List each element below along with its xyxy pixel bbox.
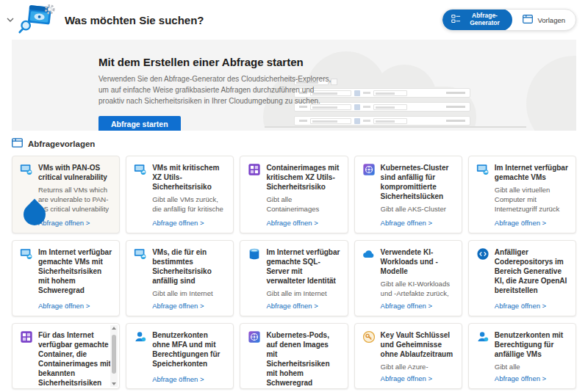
query-template-card[interactable]: Im Internet verfügbar gemachte VMs Gibt … [468, 156, 576, 233]
kubernetes-icon [362, 163, 376, 176]
card-title: Kubernetes-Pods, auf denen Images mit Si… [266, 330, 340, 389]
query-generator-toggle-button[interactable]: Abfrage-Generator [442, 9, 512, 31]
card-description: Gibt alle VMs zurück, die anfällig für k… [152, 195, 226, 215]
query-template-card[interactable]: Für das Internet verfügbar gemachte Cont… [12, 323, 120, 389]
query-generator-icon [451, 13, 461, 26]
query-template-card[interactable]: Benutzerkonten mit Berechtigung für anfä… [468, 323, 576, 389]
scroll-up-arrow[interactable] [112, 327, 116, 330]
card-title: Benutzerkonten mit Berechtigung für anfä… [495, 330, 568, 359]
card-title: Im Internet verfügbar gemachte SQL-Serve… [266, 247, 340, 286]
cloud-security-explorer-icon [18, 2, 57, 37]
templates-toggle-button[interactable]: Vorlagen [512, 13, 576, 26]
card-title: Verwendete KI-Workloads und -Modelle [381, 247, 454, 276]
vm-icon [20, 163, 33, 176]
user-icon [476, 330, 490, 344]
query-template-card[interactable]: Containerimages mit kritischem XZ Utils-… [240, 156, 348, 233]
scroll-down-arrow[interactable] [112, 382, 116, 385]
repo-icon [476, 247, 490, 261]
card-title: VMs with PAN-OS critical vulnerability [38, 163, 112, 182]
card-description: Returns all VMs which are vulnerable to … [38, 185, 112, 215]
card-title: VMs, die für ein bestimmtes Sicherheitsr… [152, 247, 226, 286]
query-template-card[interactable]: Im Internet verfügbar gemachte SQL-Serve… [240, 240, 348, 316]
query-template-card[interactable]: Key Vault Schlüssel und Geheimnisse ohne… [354, 323, 462, 389]
hero-title: Mit dem Erstellen einer Abfrage starten [98, 56, 341, 68]
card-title: Containerimages mit kritischem XZ Utils-… [266, 163, 340, 192]
open-query-link[interactable]: Abfrage öffnen > [152, 375, 226, 383]
vm-icon [134, 163, 147, 176]
card-title: Key Vault Schlüssel und Geheimnisse ohne… [381, 330, 454, 359]
open-query-link[interactable]: Abfrage öffnen > [38, 219, 112, 227]
hero-banner: Mit dem Erstellen einer Abfrage starten … [12, 40, 576, 131]
query-template-card[interactable]: Anfälliger Coderepositorys im Bereich Ge… [468, 240, 576, 316]
start-query-button[interactable]: Abfrage starten [98, 116, 181, 131]
query-generator-label: Abfrage-Generator [465, 12, 503, 27]
container-icon [248, 163, 261, 176]
vm-icon [20, 247, 33, 261]
query-template-card[interactable]: Benutzerkonten ohne MFA und mit Berechti… [126, 323, 234, 389]
card-description: Gibt alle Containerimages zurück, die an… [266, 195, 340, 215]
user-icon [134, 330, 147, 344]
sql-icon [248, 247, 261, 261]
page-header: Was möchten Sie suchen? Abfrage-Generato… [0, 0, 588, 40]
hero-description: Verwenden Sie den Abfrage-Generator des … [98, 73, 341, 106]
card-title: Anfälliger Coderepositorys im Bereich Ge… [495, 247, 568, 295]
vm-icon [134, 247, 147, 261]
open-query-link[interactable]: Abfrage öffnen > [152, 219, 226, 227]
kubernetes-icon [248, 330, 261, 344]
templates-label: Vorlagen [537, 16, 565, 24]
container-icon [20, 330, 33, 344]
card-description: Gibt alle Azure-Schlüsseltresore zurück,… [381, 362, 454, 371]
query-template-card[interactable]: VMs mit kritischem XZ Utils-Sicherheitsr… [126, 156, 234, 233]
card-description: Gibt alle AKS-Cluster zurück, die anfäll… [381, 204, 454, 215]
query-template-card[interactable]: VMs, die für ein bestimmtes Sicherheitsr… [126, 240, 234, 316]
templates-icon [523, 13, 533, 26]
query-templates-grid: VMs with PAN-OS critical vulnerability R… [0, 156, 588, 389]
open-query-link[interactable]: Abfrage öffnen > [381, 302, 454, 310]
card-description: Gibt alle Benutzerkonten mit Berechtigun… [495, 362, 568, 371]
scrollbar-thumb[interactable] [112, 335, 116, 374]
open-query-link[interactable]: Abfrage öffnen > [381, 219, 454, 227]
query-template-card[interactable]: Im Internet verfügbar gemachte VMs mit S… [12, 240, 120, 316]
card-title: Im Internet verfügbar gemachte VMs [495, 163, 568, 182]
card-description: Gibt alle im Internet verfügbar gemachte… [266, 288, 340, 298]
scrollbar-track[interactable] [110, 332, 118, 380]
open-query-link[interactable]: Abfrage öffnen > [152, 302, 226, 310]
view-toggle: Abfrage-Generator Vorlagen [442, 9, 576, 31]
background-circle [526, 56, 576, 131]
open-query-link[interactable]: Abfrage öffnen > [38, 302, 112, 310]
query-templates-icon [12, 137, 23, 150]
card-title: Für das Internet verfügbar gemachte Cont… [38, 330, 112, 389]
cloud-icon [362, 247, 376, 261]
open-query-link[interactable]: Abfrage öffnen > [495, 219, 568, 227]
card-title: Benutzerkonten ohne MFA und mit Berechti… [152, 330, 226, 369]
card-title: Kubernetes-Cluster sind anfällig für kom… [381, 163, 454, 201]
card-title: Im Internet verfügbar gemachte VMs mit S… [38, 247, 112, 295]
card-title: VMs mit kritischem XZ Utils-Sicherheitsr… [152, 163, 226, 192]
query-template-card[interactable]: Verwendete KI-Workloads und -Modelle Gib… [354, 240, 462, 316]
open-query-link[interactable]: Abfrage öffnen > [495, 302, 568, 310]
section-title: Abfragevorlagen [28, 139, 95, 148]
open-query-link[interactable]: Abfrage öffnen > [495, 374, 568, 382]
collapse-chevron-icon[interactable] [6, 15, 15, 24]
card-scrollbar[interactable] [110, 325, 118, 387]
vm-icon [476, 163, 490, 176]
keyvault-icon [362, 330, 376, 344]
card-description: Gibt alle KI-Workloads und -Artefakte zu… [381, 279, 454, 298]
open-query-link[interactable]: Abfrage öffnen > [381, 374, 454, 382]
page-title: Was möchten Sie suchen? [65, 14, 204, 26]
open-query-link[interactable]: Abfrage öffnen > [266, 219, 340, 227]
templates-section-header: Abfragevorlagen [0, 131, 588, 156]
query-template-card[interactable]: Kubernetes-Cluster sind anfällig für kom… [354, 156, 462, 233]
card-description: Gibt alle virtuellen Computer mit Intern… [495, 185, 568, 215]
query-template-card[interactable]: Kubernetes-Pods, auf denen Images mit Si… [240, 323, 348, 389]
open-query-link[interactable]: Abfrage öffnen > [266, 302, 340, 310]
card-description: Gibt alle im Internet verfügbar gemachte… [152, 288, 226, 298]
